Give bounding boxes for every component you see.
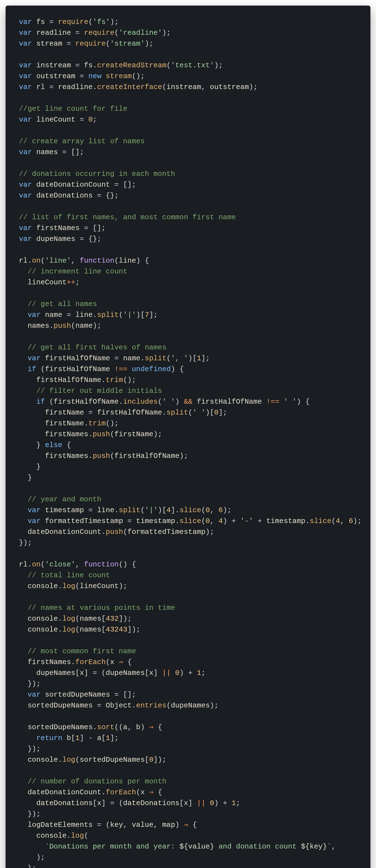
code-block: var fs = require('fs'); var readline = r… — [6, 6, 370, 868]
code-content: var fs = require('fs'); var readline = r… — [19, 17, 357, 868]
code-screenshot: var fs = require('fs'); var readline = r… — [0, 0, 376, 868]
